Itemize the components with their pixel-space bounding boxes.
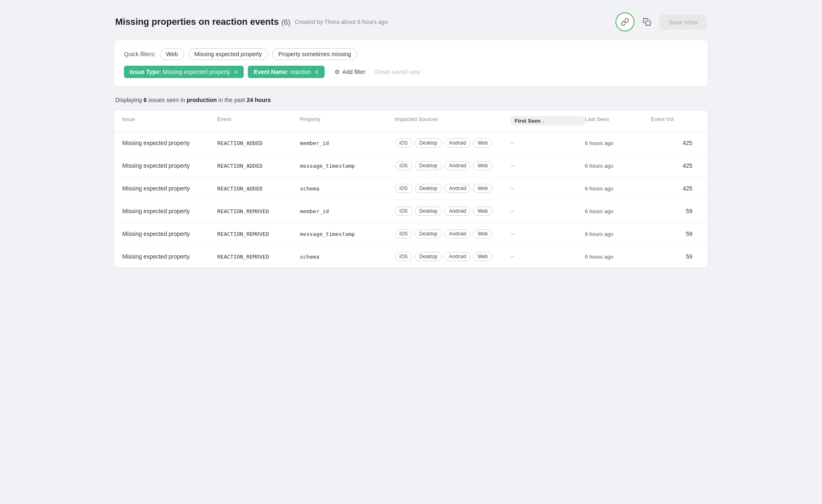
copy-icon <box>643 18 651 26</box>
source-web: Web <box>473 138 492 147</box>
row-event: REACTION_ADDED <box>217 185 300 192</box>
col-first-seen[interactable]: First Seen ↓ <box>511 116 585 126</box>
row-first-seen: – <box>511 230 585 238</box>
svg-rect-0 <box>646 21 651 26</box>
table-row[interactable]: Missing expected property REACTION_ADDED… <box>114 132 708 155</box>
row-volume: 59 <box>651 231 692 237</box>
table-row[interactable]: Missing expected property REACTION_REMOV… <box>114 200 708 223</box>
reset-saved-view-button[interactable]: Reset saved view <box>375 69 421 75</box>
remove-issue-type-filter[interactable]: ✕ <box>233 69 238 75</box>
filter-icon: ⚙ <box>335 69 340 75</box>
source-android: Android <box>444 207 470 216</box>
filter-issue-type-label: Issue Type: Missing expected property <box>130 69 230 75</box>
row-sources: iOS Desktop Android Web <box>395 184 511 193</box>
row-last-seen: 6 hours ago <box>585 140 651 146</box>
link-icon <box>621 18 629 26</box>
table-row[interactable]: Missing expected property REACTION_ADDED… <box>114 155 708 177</box>
table-row[interactable]: Missing expected property REACTION_REMOV… <box>114 223 708 245</box>
source-android: Android <box>444 138 470 147</box>
source-ios: iOS <box>395 161 412 170</box>
col-volume: Event Vol. <box>651 116 692 126</box>
filter-event-name-label: Event Name: reaction <box>254 69 311 75</box>
copy-link-button[interactable] <box>615 12 634 31</box>
table-row[interactable]: Missing expected property REACTION_REMOV… <box>114 245 708 268</box>
source-android: Android <box>444 184 470 193</box>
source-desktop: Desktop <box>415 207 442 216</box>
row-last-seen: 6 hours ago <box>585 254 651 260</box>
quick-filters-label: Quick filters: <box>124 51 156 57</box>
add-filter-label: Add filter <box>342 69 365 75</box>
source-web: Web <box>473 207 492 216</box>
row-first-seen: – <box>511 185 585 192</box>
row-volume: 425 <box>651 140 692 146</box>
row-sources: iOS Desktop Android Web <box>395 252 511 261</box>
display-summary: Displaying 6 issues seen in production i… <box>114 97 708 103</box>
source-web: Web <box>473 184 492 193</box>
title-text: Missing properties on reaction events <box>115 17 279 27</box>
quick-filter-missing-expected[interactable]: Missing expected property <box>188 48 268 60</box>
active-filter-issue-type: Issue Type: Missing expected property ✕ <box>124 66 244 78</box>
quick-filters-row: Quick filters: Web Missing expected prop… <box>124 48 698 60</box>
header-actions: Save View <box>615 12 707 31</box>
active-filters-row: Issue Type: Missing expected property ✕ … <box>124 66 698 78</box>
row-event: REACTION_REMOVED <box>217 231 300 237</box>
row-last-seen: 6 hours ago <box>585 185 651 192</box>
row-last-seen: 6 hours ago <box>585 163 651 169</box>
row-sources: iOS Desktop Android Web <box>395 207 511 216</box>
header-left: Missing properties on reaction events (6… <box>115 17 388 27</box>
row-first-seen: – <box>511 253 585 260</box>
quick-filter-web[interactable]: Web <box>160 48 184 60</box>
row-property: message_timestamp <box>300 231 395 237</box>
row-sources: iOS Desktop Android Web <box>395 161 511 170</box>
row-property: schema <box>300 185 395 192</box>
row-issue: Missing expected property <box>122 140 217 146</box>
row-sources: iOS Desktop Android Web <box>395 229 511 238</box>
row-volume: 425 <box>651 185 692 192</box>
row-issue: Missing expected property <box>122 208 217 214</box>
col-issue: Issue <box>122 116 217 126</box>
duplicate-button[interactable] <box>639 14 655 30</box>
remove-event-name-filter[interactable]: ✕ <box>314 69 319 75</box>
row-last-seen: 6 hours ago <box>585 208 651 214</box>
header-meta: Created by Thora about 6 hours ago <box>295 19 387 25</box>
quick-filter-sometimes-missing[interactable]: Property sometimes missing <box>272 48 357 60</box>
row-volume: 59 <box>651 208 692 214</box>
add-filter-button[interactable]: ⚙ Add filter <box>329 66 371 78</box>
row-property: member_id <box>300 208 395 214</box>
row-event: REACTION_ADDED <box>217 140 300 146</box>
row-event: REACTION_REMOVED <box>217 254 300 260</box>
row-last-seen: 6 hours ago <box>585 231 651 237</box>
row-first-seen: – <box>511 139 585 147</box>
active-filter-event-name: Event Name: reaction ✕ <box>248 66 325 78</box>
row-issue: Missing expected property <box>122 231 217 237</box>
source-ios: iOS <box>395 229 412 238</box>
source-desktop: Desktop <box>415 184 442 193</box>
source-ios: iOS <box>395 207 412 216</box>
save-view-button[interactable]: Save View <box>659 14 707 30</box>
table-header: Issue Event Property Impacted Sources Fi… <box>114 110 708 132</box>
source-desktop: Desktop <box>415 229 442 238</box>
source-android: Android <box>444 229 470 238</box>
filter-panel: Quick filters: Web Missing expected prop… <box>114 40 708 87</box>
row-event: REACTION_ADDED <box>217 163 300 169</box>
issue-count: (6) <box>281 18 290 26</box>
row-issue: Missing expected property <box>122 253 217 260</box>
page-header: Missing properties on reaction events (6… <box>114 12 708 31</box>
page-title: Missing properties on reaction events (6… <box>115 17 290 27</box>
source-ios: iOS <box>395 184 412 193</box>
row-volume: 425 <box>651 162 692 169</box>
row-issue: Missing expected property <box>122 185 217 192</box>
source-ios: iOS <box>395 138 412 147</box>
row-sources: iOS Desktop Android Web <box>395 138 511 147</box>
row-issue: Missing expected property <box>122 162 217 169</box>
source-desktop: Desktop <box>415 138 442 147</box>
row-first-seen: – <box>511 207 585 215</box>
col-last-seen: Last Seen <box>585 116 651 126</box>
first-seen-label: First Seen <box>515 118 541 124</box>
row-volume: 59 <box>651 253 692 260</box>
table-row[interactable]: Missing expected property REACTION_ADDED… <box>114 177 708 200</box>
row-property: message_timestamp <box>300 163 395 169</box>
source-android: Android <box>444 252 470 261</box>
page-container: Missing properties on reaction events (6… <box>114 12 708 268</box>
source-web: Web <box>473 252 492 261</box>
